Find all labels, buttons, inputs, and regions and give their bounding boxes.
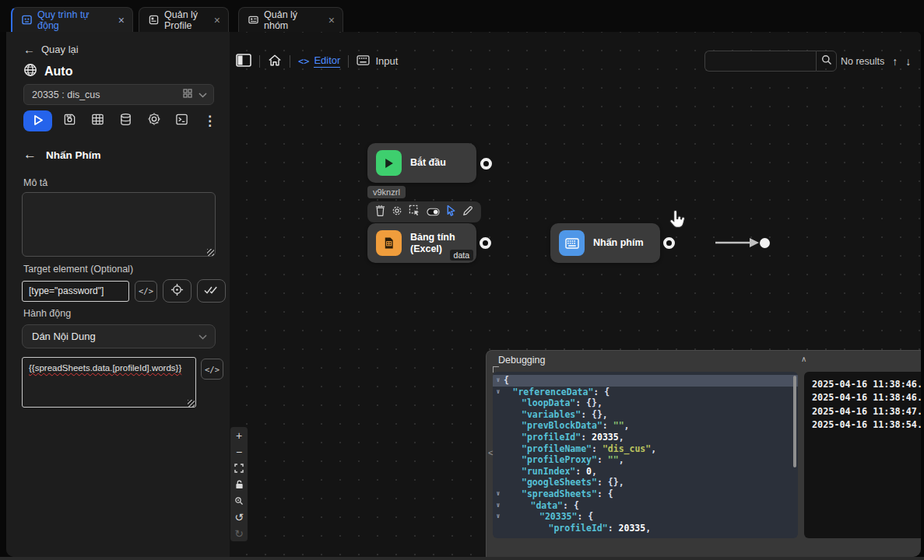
content-input[interactable]: {{spreadSheets.data.[profileId].words}} bbox=[22, 357, 196, 408]
pick-element-button[interactable] bbox=[163, 279, 191, 303]
target-selector-input[interactable] bbox=[22, 281, 129, 302]
caret-down-icon[interactable]: ∨ bbox=[493, 375, 504, 387]
caret-spacer bbox=[493, 443, 504, 455]
tab-profile-manager[interactable]: Quản lý Profile × bbox=[139, 7, 229, 32]
delete-node-icon[interactable] bbox=[375, 205, 385, 219]
redo-icon[interactable]: ↻ bbox=[230, 525, 248, 541]
excel-node-icon bbox=[376, 230, 402, 256]
run-from-here-icon[interactable] bbox=[446, 205, 456, 219]
search-prev-icon[interactable]: ↑ bbox=[892, 55, 898, 68]
resize-handle[interactable] bbox=[207, 249, 214, 256]
json-line[interactable]: ∨"referenceData": { bbox=[493, 387, 798, 398]
log-entry[interactable]: 2025-04-16 11:38:47.098Nhấn phím(7s) bbox=[812, 404, 921, 418]
json-line[interactable]: "profileId": 20335, bbox=[493, 432, 798, 443]
node-start[interactable]: Bắt đầu bbox=[367, 143, 476, 183]
select-group-icon[interactable] bbox=[409, 205, 420, 219]
caret-down-icon[interactable]: ∨ bbox=[493, 511, 504, 523]
json-line-content: "loopData": {}, bbox=[504, 397, 603, 409]
terminal-button[interactable] bbox=[171, 110, 192, 131]
json-view[interactable]: ∨{∨"referenceData": {"loopData": {},"var… bbox=[493, 372, 798, 538]
json-line[interactable]: ∨"20335": { bbox=[493, 511, 798, 523]
json-line-content: "data": { bbox=[504, 500, 579, 512]
json-line[interactable]: ∨{ bbox=[493, 375, 798, 387]
verify-selector-button[interactable] bbox=[197, 279, 226, 303]
editor-tab[interactable]: <> Editor bbox=[298, 54, 340, 68]
tab-group-manager[interactable]: Quản lý nhóm × bbox=[238, 7, 343, 32]
output-port[interactable] bbox=[480, 158, 492, 170]
search-next-icon[interactable]: ↓ bbox=[905, 55, 911, 68]
collapse-panel-icon[interactable]: ∧ bbox=[801, 355, 806, 363]
content-code-button[interactable]: </> bbox=[201, 359, 223, 380]
more-options-button[interactable]: ⋮ bbox=[199, 110, 220, 131]
home-icon[interactable] bbox=[268, 54, 282, 69]
input-port[interactable] bbox=[760, 238, 770, 248]
action-label: Hành động bbox=[23, 308, 71, 319]
workflow-title-row: Auto bbox=[23, 63, 72, 80]
node-toolbar bbox=[367, 201, 481, 222]
close-icon[interactable]: × bbox=[118, 15, 125, 26]
json-line[interactable]: ∨"data": { bbox=[493, 500, 798, 512]
toggle-sidebar-icon[interactable] bbox=[236, 54, 251, 69]
search-icon bbox=[821, 54, 832, 68]
search-button[interactable] bbox=[816, 51, 837, 72]
caret-down-icon[interactable]: ∨ bbox=[493, 488, 504, 500]
node-id-tag: v9knzrl bbox=[367, 186, 406, 198]
toggle-enabled-icon[interactable] bbox=[427, 205, 440, 219]
zoom-in-icon[interactable]: + bbox=[230, 427, 248, 443]
description-input[interactable] bbox=[22, 192, 216, 257]
json-line[interactable]: "variables": {}, bbox=[493, 409, 798, 421]
json-line[interactable]: "profileProxy": "", bbox=[493, 454, 798, 466]
node-label: Bắt đầu bbox=[410, 157, 451, 168]
step-title: Nhấn Phím bbox=[46, 149, 101, 161]
close-icon[interactable]: × bbox=[328, 15, 335, 26]
fit-view-icon[interactable] bbox=[230, 460, 248, 476]
run-workflow-button[interactable] bbox=[23, 110, 52, 131]
resize-handle[interactable] bbox=[188, 400, 195, 407]
node-settings-icon[interactable] bbox=[392, 205, 402, 219]
lock-icon[interactable] bbox=[230, 476, 248, 492]
tab-automation[interactable]: Quy trình tự động × bbox=[11, 7, 133, 32]
profile-dropdown[interactable]: 20335 : dis_cus bbox=[23, 84, 214, 105]
auto-layout-icon[interactable] bbox=[230, 492, 248, 509]
json-line[interactable]: "profileName": "dis_cus", bbox=[493, 443, 798, 455]
flow-canvas[interactable]: <> Editor Input No results ↑ ↓ bbox=[230, 32, 921, 557]
json-line[interactable]: "googleSheets": {}, bbox=[493, 477, 798, 488]
output-port[interactable] bbox=[480, 237, 491, 249]
action-select[interactable]: Dán Nội Dung bbox=[22, 324, 216, 348]
save-button[interactable] bbox=[59, 110, 80, 131]
json-line[interactable]: "profileId": 20335, bbox=[493, 523, 798, 534]
node-keypress[interactable]: Nhấn phím bbox=[550, 223, 660, 263]
settings-button[interactable] bbox=[143, 110, 164, 131]
back-button[interactable]: ← Quay lại bbox=[23, 43, 79, 56]
no-results-label: No results bbox=[841, 56, 884, 67]
content-value: {{spreadSheets.data.[profileId].words}} bbox=[29, 363, 181, 373]
caret-down-icon[interactable]: ∨ bbox=[493, 387, 504, 398]
divider bbox=[348, 55, 349, 68]
json-line[interactable]: "runIndex": 0, bbox=[493, 466, 798, 478]
panel-left-icon[interactable]: < bbox=[488, 448, 493, 457]
node-label: Nhấn phím bbox=[593, 237, 648, 248]
json-line[interactable]: "loopData": {}, bbox=[493, 397, 798, 409]
zoom-out-icon[interactable]: − bbox=[230, 443, 248, 460]
selector-code-button[interactable]: </> bbox=[135, 281, 157, 302]
log-view[interactable]: 2025-04-16 11:38:46.349Chuẩn bị(194 ms)2… bbox=[804, 372, 921, 538]
table-button[interactable] bbox=[87, 110, 108, 131]
json-line[interactable]: "prevBlockData": "", bbox=[493, 420, 798, 432]
log-entry[interactable]: 2025-04-16 11:38:46.349Chuẩn bị(194 ms) bbox=[812, 377, 921, 391]
database-button[interactable] bbox=[115, 110, 136, 131]
target-element-row: </> bbox=[22, 279, 226, 303]
back-arrow-icon[interactable]: ← bbox=[23, 147, 37, 163]
log-entry[interactable]: 2025-04-16 11:38:54.153Finish bbox=[812, 418, 921, 432]
caret-down-icon[interactable]: ∨ bbox=[493, 500, 504, 512]
node-excel[interactable]: Bảng tính (Excel) data bbox=[367, 223, 476, 263]
log-entry[interactable]: 2025-04-16 11:38:46.544Bảng tính (Excel)… bbox=[812, 391, 921, 405]
output-port[interactable] bbox=[663, 237, 675, 249]
edit-node-icon[interactable] bbox=[462, 205, 473, 219]
close-icon[interactable]: × bbox=[214, 15, 220, 26]
input-tab[interactable]: Input bbox=[357, 55, 398, 68]
search-input[interactable] bbox=[704, 51, 816, 72]
json-scrollbar[interactable] bbox=[793, 376, 796, 467]
json-line[interactable]: ∨"spreadSheets": { bbox=[493, 488, 798, 500]
back-arrow-icon: ← bbox=[23, 43, 35, 56]
undo-icon[interactable]: ↺ bbox=[230, 509, 248, 525]
